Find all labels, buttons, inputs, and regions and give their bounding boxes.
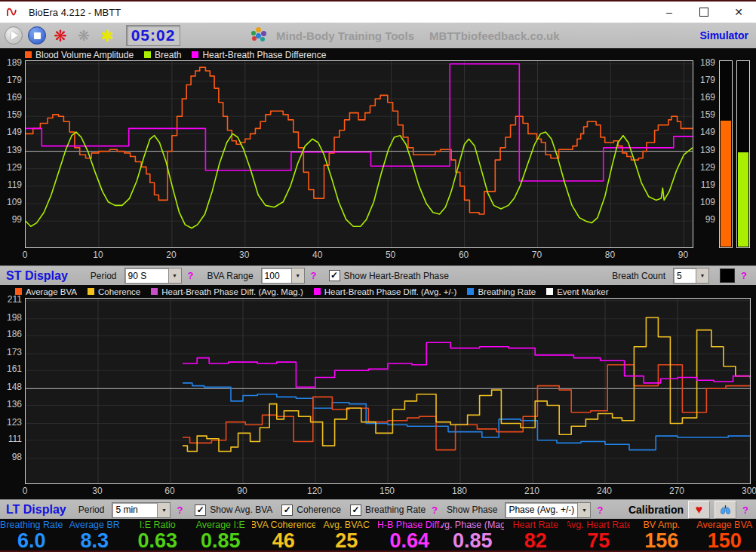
coherence-checkbox[interactable]: ✓ xyxy=(281,504,293,516)
breathing-rate-checkbox[interactable]: ✓ xyxy=(350,504,361,516)
series-blood-volume-amplitude xyxy=(26,67,693,214)
y-tick-label: 136 xyxy=(0,399,22,410)
x-tick-label: 20 xyxy=(158,250,185,260)
show-heart-breath-phase-checkbox[interactable]: ✓ xyxy=(329,270,340,281)
y-tick-label: 169 xyxy=(0,92,22,103)
y-tick-label: 123 xyxy=(0,417,22,428)
x-tick-label: 10 xyxy=(85,250,112,260)
help-icon[interactable]: ? xyxy=(742,504,748,516)
st-x-axis: 0102030405060708090 xyxy=(0,250,756,262)
y-tick-label: 119 xyxy=(0,179,22,191)
stop-button[interactable] xyxy=(27,26,47,45)
y-tick-label: 139 xyxy=(693,145,715,156)
freeze-button[interactable]: ❋ xyxy=(51,26,70,45)
y-tick-label: 189 xyxy=(0,57,22,69)
lt-y-axis-left: 98111123136148161173186198211 xyxy=(0,298,22,483)
help-icon[interactable]: ? xyxy=(188,270,194,281)
simulator-label[interactable]: Simulator xyxy=(699,23,748,48)
breath-count-dropdown[interactable]: 5 ▼ xyxy=(673,268,709,284)
x-tick-label: 300 xyxy=(736,486,756,496)
st-chart-section: Blood Volume Amplitude Breath Heart-Brea… xyxy=(0,48,756,265)
phase-mag-legend-swatch xyxy=(151,288,158,295)
toolbar: ❋ ❋ ✱ 05:02 Mind-Body Training Tools MBT… xyxy=(0,23,756,49)
stat-average-ie: Average I:E0.85 xyxy=(189,519,253,552)
help-icon[interactable]: ? xyxy=(177,504,183,516)
show-heart-breath-phase-label: Show Heart-Breath Phase xyxy=(344,271,449,281)
x-tick-label: 180 xyxy=(446,486,473,496)
title-bar: BioEra 4.212 - MBTT – ✕ xyxy=(0,2,756,23)
lt-period-value: 5 min xyxy=(112,503,157,517)
y-tick-label: 159 xyxy=(693,109,715,121)
show-phase-dropdown[interactable]: Phase (Avg. +/-) ▼ xyxy=(505,502,591,518)
y-tick-label: 179 xyxy=(0,75,22,86)
maximize-button[interactable] xyxy=(687,2,721,23)
breathing-rate-legend-swatch xyxy=(467,288,474,295)
chart-canvas xyxy=(26,61,693,247)
y-tick-label: 129 xyxy=(693,162,715,173)
x-tick-label: 50 xyxy=(377,250,404,260)
lt-x-axis: 0306090120150180210240270300 xyxy=(0,486,756,498)
play-button[interactable] xyxy=(4,26,23,45)
y-tick-label: 139 xyxy=(0,145,22,156)
lt-chart-section: Average BVA Coherence Heart-Breath Phase… xyxy=(0,285,756,499)
help-icon[interactable]: ? xyxy=(741,270,747,281)
stop-icon xyxy=(34,32,41,39)
stat-breathing-rate: Breathing Rate6.0 xyxy=(0,519,63,552)
x-tick-label: 150 xyxy=(373,486,401,496)
y-tick-label: 189 xyxy=(693,57,715,69)
st-y-axis-left: 99109119129139149159169179189 xyxy=(0,60,22,247)
y-tick-label: 173 xyxy=(0,347,22,358)
help-icon[interactable]: ? xyxy=(432,504,438,516)
y-tick-label: 186 xyxy=(0,329,22,340)
legend-label: Event Marker xyxy=(557,287,608,296)
dropdown-caret-icon[interactable]: ▼ xyxy=(168,268,181,283)
help-icon[interactable]: ? xyxy=(311,270,317,281)
help-icon[interactable]: ? xyxy=(597,504,603,516)
x-tick-label: 210 xyxy=(518,486,545,496)
show-avg-bva-checkbox[interactable]: ✓ xyxy=(195,504,206,516)
y-tick-label: 169 xyxy=(693,92,715,103)
stat-heart-rate: Heart Rate82 xyxy=(504,519,567,552)
bva-legend-swatch xyxy=(25,51,32,58)
minimize-button[interactable]: – xyxy=(652,2,687,23)
stats-panel: Breathing Rate6.0 Average BR8.3 I:E Rati… xyxy=(0,519,756,552)
y-tick-label: 99 xyxy=(693,214,715,225)
legend-label: Heart-Breath Phase Diff. (Avg. +/-) xyxy=(324,287,457,296)
bva-range-value: 100 xyxy=(262,268,291,283)
lt-chart-legend: Average BVA Coherence Heart-Breath Phase… xyxy=(15,286,619,297)
dropdown-caret-icon[interactable]: ▼ xyxy=(291,268,304,283)
chart-canvas xyxy=(26,299,750,483)
unfreeze-button[interactable]: ❋ xyxy=(74,26,94,45)
bva-meter xyxy=(719,60,733,248)
stat-ie-ratio: I:E Ratio0.63 xyxy=(126,519,189,552)
heart-calibration-button[interactable]: ♥ xyxy=(688,501,710,519)
dropdown-caret-icon[interactable]: ▼ xyxy=(696,268,708,283)
st-chart-legend: Blood Volume Amplitude Breath Heart-Brea… xyxy=(25,49,337,60)
st-display-title: ST Display xyxy=(6,269,68,283)
bioera-sine-icon xyxy=(6,5,23,19)
y-tick-label: 119 xyxy=(693,179,715,191)
marker-button[interactable]: ✱ xyxy=(97,26,117,45)
y-tick-label: 161 xyxy=(0,363,22,375)
phase-color-swatch[interactable] xyxy=(720,268,735,283)
st-period-dropdown[interactable]: 90 S ▼ xyxy=(124,268,182,284)
play-icon xyxy=(11,31,18,40)
x-tick-label: 30 xyxy=(84,486,111,496)
stat-bva-coherence: BVA Coherence46 xyxy=(252,519,315,552)
lt-period-dropdown[interactable]: 5 min ▼ xyxy=(112,502,171,518)
show-avg-bva-label: Show Avg. BVA xyxy=(210,504,272,515)
app-window: BioEra 4.212 - MBTT – ✕ ❋ ❋ ✱ 05:02 xyxy=(0,0,756,552)
lungs-calibration-button[interactable] xyxy=(715,501,736,519)
bva-range-dropdown[interactable]: 100 ▼ xyxy=(261,268,305,284)
heart-icon: ♥ xyxy=(696,504,703,516)
breath-count-value: 5 xyxy=(674,268,696,283)
x-tick-label: 70 xyxy=(524,250,551,260)
dropdown-caret-icon[interactable]: ▼ xyxy=(157,503,170,517)
y-tick-label: 109 xyxy=(693,197,715,208)
y-tick-label: 98 xyxy=(0,452,22,463)
close-button[interactable]: ✕ xyxy=(721,2,756,23)
legend-label: Coherence xyxy=(98,287,140,296)
dropdown-caret-icon[interactable]: ▼ xyxy=(577,503,590,517)
stat-avg-bvac: Avg. BVAC25 xyxy=(315,519,379,552)
stat-avg-heart-rate: Avg. Heart Rate75 xyxy=(567,519,631,552)
